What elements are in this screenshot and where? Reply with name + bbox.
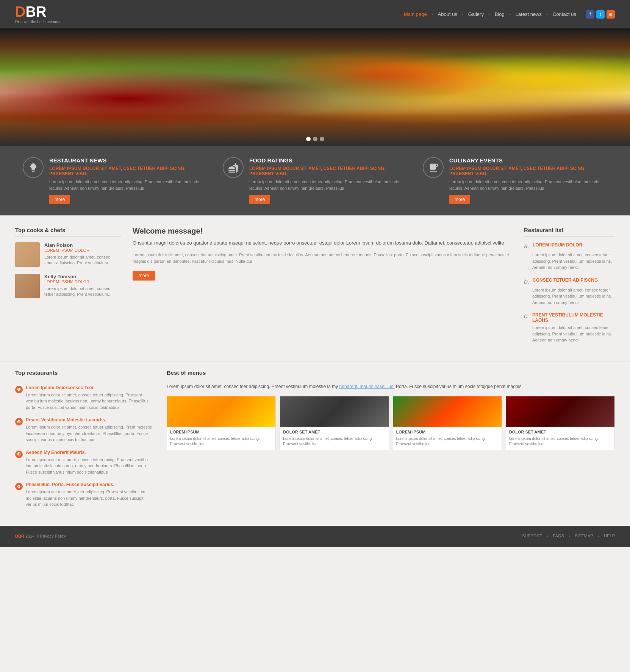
hero-section [0, 28, 630, 146]
culinary-events-more[interactable]: more [449, 195, 470, 204]
footer-left: DBR 2014 © Privacy Policy [15, 534, 66, 538]
list-item-c-letter: c. [524, 312, 529, 320]
footer: DBR 2014 © Privacy Policy SUPPORT • FAQS… [0, 526, 630, 547]
footer-policy[interactable]: Privacy Policy [40, 534, 66, 538]
restaurant-news-more[interactable]: more [49, 195, 70, 204]
list-item-c-name[interactable]: PRENT VESTIBULUM MOLESTIE LAOHS [532, 312, 615, 323]
footer-right: SUPPORT • FAQS • SITEMAP • HELP [522, 533, 615, 539]
cook-avatar-1 [15, 242, 40, 267]
food-ratings-content: FOOD RATINGS LOREM IPSUM DOLOR SIT AMET,… [249, 157, 407, 204]
logo-area: DBR Discover the best restaurant [15, 5, 63, 24]
tr-name-3[interactable]: Aeneon My Endrerit Mauris. [26, 450, 155, 455]
food-ratings-subtitle: LOREM IPSUM DOLOR SIT AMET, CSEC TETUER … [249, 166, 407, 176]
culinary-events-content: CULINARY EVENTS LOREM IPSUM DOLOR SIT AM… [449, 157, 607, 204]
menu-card-body-4: DOLOR SET AMET Lorem ipsum dolor sit ame… [506, 427, 614, 450]
menu-card-2: DOLOR SET AMET Lorem ipsum dolor sit ame… [280, 396, 389, 450]
nav-latest-news[interactable]: Latest news [513, 11, 544, 17]
food-ratings-title: FOOD RATINGS [249, 157, 407, 164]
cooks-section: Top cooks & chefs Alan Poison LOREM IPSU… [15, 227, 121, 350]
rss-icon[interactable]: ⊕ [607, 10, 615, 19]
tr-num-2: ❷ [15, 418, 23, 426]
tr-num-1: ❶ [15, 386, 23, 393]
cook-sub-2: LOREM IPSUM DOLOR [44, 279, 121, 284]
tr-name-4[interactable]: Phasellllus. Porta. Fusce Suscipit Variu… [26, 482, 155, 487]
hero-dot-1[interactable] [306, 137, 311, 141]
culinary-events-icon [423, 157, 444, 178]
nav-sep-1: ● [431, 12, 433, 16]
best-menus-title: Best of menus [167, 370, 615, 379]
tr-num-4: ❹ [15, 483, 23, 490]
footer-link-sitemap[interactable]: SITEMAP [575, 533, 593, 539]
social-icons: f t ⊕ [586, 10, 615, 19]
hero-dots [306, 137, 324, 141]
food-ratings-more[interactable]: more [249, 195, 270, 204]
tr-text-3: Lorem ipsum dolor sit amet, consec tetue… [26, 457, 155, 476]
footer-sep-1: • [547, 533, 549, 539]
welcome-body: Lorem ipsum dolor sit amet, consectetur … [133, 252, 513, 265]
nav-sep-4: ● [509, 12, 511, 16]
nav-blog[interactable]: Blog [492, 11, 507, 17]
food-ratings-body: Lorem ipsum dolor sit amet, conc tetuer … [249, 179, 407, 191]
tr-content-1: Lorem Ipsum Dolorconsec Teer. Lorem ipsu… [26, 385, 155, 411]
nav-gallery[interactable]: Gallery [466, 11, 486, 17]
footer-link-faqs[interactable]: FAQS [553, 533, 564, 539]
footer-link-support[interactable]: SUPPORT [522, 533, 542, 539]
list-item-b-name[interactable]: CONSEC TETUER ADIPISCNG [533, 278, 598, 283]
top-rest-item-4: ❹ Phasellllus. Porta. Fusce Suscipit Var… [15, 482, 155, 508]
best-menus-link[interactable]: hendrerit. mauris hasellllus. [339, 384, 395, 389]
best-menus-section: Best of menus Lorem ipsum dolor sit amet… [167, 370, 615, 515]
restaurant-news-content: RESTAURANT NEWS LOREM IPSUM DOLOR SIT AM… [49, 157, 207, 204]
tr-content-4: Phasellllus. Porta. Fusce Suscipit Variu… [26, 482, 155, 508]
nav-about-us[interactable]: About us [436, 11, 460, 17]
header-right: Main page ● About us ● Gallery ● Blog ● … [402, 10, 615, 19]
menu-card-text-1: Lorem ipsum dolor sit amet, consec tetue… [170, 436, 272, 447]
restaurant-list-section: Restaurant list a. LOREM IPSUM DOLOR: Lo… [524, 227, 615, 350]
footer-link-help[interactable]: HELP [604, 533, 615, 539]
culinary-events-body: Lorem ipsum dolor sit amet, conc tetuer … [449, 179, 607, 191]
menu-card-3: LOREM IPSUM Lorem ipsum dolor sit amet, … [393, 396, 502, 450]
nav-main-page[interactable]: Main page [402, 11, 429, 17]
cook-name-2: Kelly Tomson [44, 274, 121, 279]
feature-food-ratings: FOOD RATINGS LOREM IPSUM DOLOR SIT AMET,… [215, 157, 415, 204]
list-item-a-letter: a. [524, 242, 530, 250]
list-item-a: a. LOREM IPSUM DOLOR: Lorem ipsum dolor … [524, 242, 615, 271]
tr-name-1[interactable]: Lorem Ipsum Dolorconsec Teer. [26, 385, 155, 390]
restaurant-news-body: Lorem ipsum dolor sit amet, conc tetuer … [49, 179, 207, 191]
cook-avatar-2 [15, 274, 40, 298]
restaurant-news-icon [23, 157, 44, 178]
list-item-a-label: a. LOREM IPSUM DOLOR: [524, 242, 615, 250]
twitter-icon[interactable]: t [596, 10, 605, 19]
list-item-b: b. CONSEC TETUER ADIPISCNG Lorem ipsum d… [524, 278, 615, 306]
tr-name-2[interactable]: Prsent Vestibulum Molestie Lacuirhs. [26, 417, 155, 423]
hero-dot-3[interactable] [320, 137, 324, 141]
footer-logo: DBR [15, 534, 24, 538]
feature-culinary-events: CULINARY EVENTS LOREM IPSUM DOLOR SIT AM… [415, 157, 615, 204]
footer-year: 2014 © [25, 534, 39, 538]
tagline: Discover the best restaurant [15, 20, 63, 24]
menu-grid: LOREM IPSUM Lorem ipsum dolor sit amet, … [167, 396, 615, 450]
tr-num-3: ❸ [15, 451, 23, 458]
welcome-title: Welcome message! [133, 227, 513, 235]
list-item-b-letter: b. [524, 278, 530, 285]
header: DBR Discover the best restaurant Main pa… [0, 0, 630, 28]
footer-sep-3: • [598, 533, 600, 539]
logo-d: D [15, 4, 25, 20]
facebook-icon[interactable]: f [586, 10, 594, 19]
cook-item-1: Alan Poison LOREM IPSUM DOLOR Lorem ipsu… [15, 242, 121, 267]
menu-card-text-3: Lorem ipsum dolor sit amet, consec tetue… [396, 436, 499, 447]
culinary-events-subtitle: LOREM IPSUM DOLOR SIT AMET, CSEC TETUER … [449, 166, 607, 176]
welcome-more-button[interactable]: more [133, 271, 155, 281]
list-item-a-name[interactable]: LOREM IPSUM DOLOR: [533, 242, 584, 248]
list-item-b-label: b. CONSEC TETUER ADIPISCNG [524, 278, 615, 285]
hero-image [0, 28, 630, 146]
cook-text-2: Lorem ipsum dolor sit amet, consec tetue… [44, 286, 121, 298]
menu-image-1 [167, 396, 275, 427]
nav-contact-us[interactable]: Contact us [550, 11, 578, 17]
logo-rest: BR [25, 4, 46, 20]
logo: DBR [15, 5, 63, 19]
hero-dot-2[interactable] [313, 137, 317, 141]
main2-section: Top restaurants ❶ Lorem Ipsum Dolorconse… [0, 362, 630, 526]
footer-sep-2: • [569, 533, 571, 539]
tr-text-2: Lorem ipsum dolor sit amet, consec tetue… [26, 424, 155, 443]
cooks-title: Top cooks & chefs [15, 227, 121, 237]
